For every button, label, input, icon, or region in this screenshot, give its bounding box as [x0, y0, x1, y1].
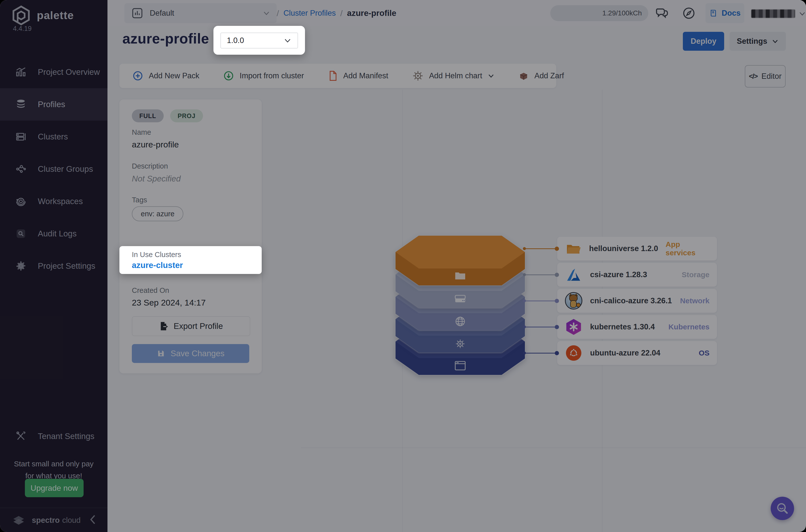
version-spotlight: 1.0.0	[214, 26, 305, 55]
in-use-clusters-label: In Use Clusters	[132, 251, 181, 259]
version-dropdown[interactable]: 1.0.0	[220, 33, 298, 49]
chevron-down-icon	[283, 37, 292, 44]
in-use-clusters-spotlight: In Use Clusters azure-cluster	[120, 246, 262, 274]
version-dropdown-value: 1.0.0	[227, 36, 283, 45]
in-use-cluster-link[interactable]: azure-cluster	[132, 261, 183, 270]
palette-app-window: palette 4.4.19 Project Overview	[0, 0, 806, 532]
